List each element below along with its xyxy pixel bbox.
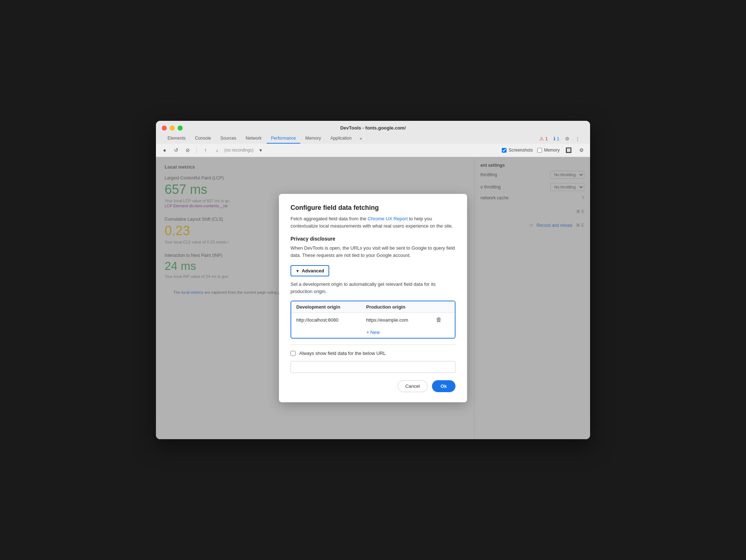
advanced-toggle[interactable]: ▼ Advanced	[291, 265, 329, 276]
settings-gear-icon[interactable]: ⚙	[577, 146, 586, 154]
tab-elements[interactable]: Elements	[163, 133, 190, 144]
info-icon[interactable]: ℹ 1	[552, 135, 561, 143]
ok-button[interactable]: Ok	[432, 380, 455, 392]
prod-origin-cell: https://example.com	[361, 313, 429, 327]
delete-row-button[interactable]: 🗑	[434, 316, 444, 324]
tab-more[interactable]: »	[357, 134, 365, 143]
divider	[291, 344, 455, 345]
privacy-text: When DevTools is open, the URLs you visi…	[291, 245, 455, 259]
memory-label: Memory	[544, 148, 560, 153]
col-dev-origin: Development origin	[291, 301, 361, 313]
cancel-button[interactable]: Cancel	[398, 380, 427, 392]
clear-button[interactable]: ⊘	[183, 146, 192, 154]
table-header-row: Development origin Production origin	[291, 301, 455, 313]
toolbar-separator	[196, 147, 197, 153]
warning-icon[interactable]: ⚠ 1	[538, 135, 549, 143]
window-title: DevTools - fonts.google.com/	[340, 125, 406, 131]
advanced-label: Advanced	[302, 268, 324, 273]
tab-console[interactable]: Console	[191, 133, 215, 144]
always-show-checkbox[interactable]	[291, 351, 296, 356]
maximize-button[interactable]	[178, 126, 183, 131]
configure-modal: Configure field data fetching Fetch aggr…	[279, 194, 467, 402]
settings-icon[interactable]: ⚙	[564, 135, 571, 143]
reload-button[interactable]: ↺	[172, 146, 181, 154]
advanced-arrow: ▼	[296, 269, 300, 273]
modal-description: Fetch aggregated field data from the Chr…	[291, 215, 455, 229]
privacy-title: Privacy disclosure	[291, 236, 455, 242]
delete-cell: 🗑	[429, 313, 455, 327]
advanced-description: Set a development origin to automaticall…	[291, 281, 455, 295]
url-input[interactable]	[291, 361, 455, 373]
upload-button[interactable]: ↑	[201, 146, 210, 154]
always-show-label: Always show field data for the below URL	[299, 351, 386, 356]
close-button[interactable]	[162, 126, 167, 131]
record-button[interactable]: ●	[160, 146, 169, 154]
screenshots-checkbox[interactable]	[502, 148, 506, 153]
screenshots-label: Screenshots	[509, 148, 533, 153]
modal-overlay: Configure field data fetching Fetch aggr…	[156, 157, 590, 439]
more-options-icon[interactable]: ⋮	[574, 135, 581, 143]
col-actions	[429, 301, 455, 313]
always-show-row: Always show field data for the below URL	[291, 351, 455, 356]
tab-sources[interactable]: Sources	[216, 133, 241, 144]
recordings-label: (no recordings)	[224, 148, 254, 153]
download-button[interactable]: ↓	[213, 146, 221, 154]
tab-memory[interactable]: Memory	[301, 133, 325, 144]
minimize-button[interactable]	[170, 126, 175, 131]
origins-table: Development origin Production origin htt…	[291, 301, 455, 327]
window-controls[interactable]	[162, 126, 183, 131]
devtools-body: Local metrics Largest Contentful Paint (…	[156, 157, 590, 439]
dev-origin-cell: http://localhost:8080	[291, 313, 361, 327]
col-prod-origin: Production origin	[361, 301, 429, 313]
modal-actions: Cancel Ok	[291, 380, 455, 392]
memory-icon[interactable]: 🔲	[564, 146, 573, 154]
screenshots-checkbox-group: Screenshots	[502, 148, 533, 153]
tab-icons: ⚠ 1 ℹ 1 ⚙ ⋮	[538, 135, 583, 143]
dropdown-button[interactable]: ▾	[257, 146, 265, 154]
performance-toolbar: ● ↺ ⊘ ↑ ↓ (no recordings) ▾ Screenshots …	[156, 144, 590, 157]
modal-desc-prefix: Fetch aggregated field data from the	[291, 216, 366, 221]
tab-performance[interactable]: Performance	[267, 133, 300, 144]
chrome-ux-link[interactable]: Chrome UX Report	[368, 216, 408, 221]
table-row: http://localhost:8080 https://example.co…	[291, 313, 455, 327]
origins-table-wrapper: Development origin Production origin htt…	[291, 301, 455, 339]
toolbar-right: Screenshots Memory 🔲 ⚙	[502, 146, 586, 154]
modal-title: Configure field data fetching	[291, 204, 455, 212]
devtools-tab-bar: Elements Console Sources Network Perform…	[162, 133, 584, 144]
tab-application[interactable]: Application	[326, 133, 356, 144]
tab-network[interactable]: Network	[241, 133, 266, 144]
memory-checkbox-group: Memory	[537, 148, 560, 153]
add-new-button[interactable]: + New	[291, 327, 455, 338]
memory-checkbox[interactable]	[537, 148, 542, 153]
